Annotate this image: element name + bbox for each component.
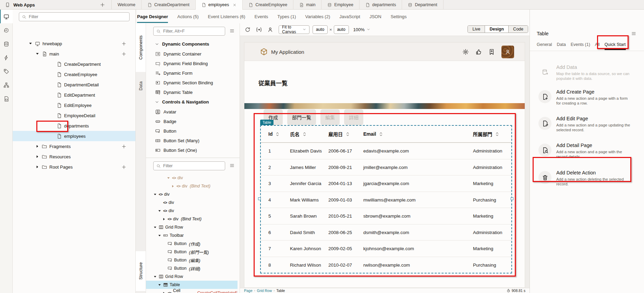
expand-arrow-icon[interactable]: [35, 155, 39, 159]
structure-node-div[interactable]: <>div: [146, 174, 238, 182]
mode-button-live[interactable]: Live: [468, 26, 485, 33]
tab-structure[interactable]: Structure: [136, 251, 146, 291]
breadcrumb-table[interactable]: Table: [276, 289, 285, 293]
sort-icon[interactable]: [379, 132, 383, 137]
sidebar-item-departments[interactable]: departments: [13, 121, 135, 131]
editor-tab-Welcome[interactable]: Welcome: [112, 0, 142, 10]
palette-item-button-set-many-[interactable]: Button Set (Many): [146, 136, 240, 145]
expand-arrow-icon[interactable]: [162, 291, 166, 293]
structure-filter[interactable]: [153, 161, 225, 170]
selected-table[interactable]: Id氏名雇用日Email所属部門 1Elizabeth Davis2006-06…: [260, 125, 512, 273]
bookmark-add-icon[interactable]: [488, 49, 495, 55]
sidebar-item-Root Pages[interactable]: Root Pages: [13, 162, 135, 172]
chevron-down-icon[interactable]: [367, 28, 370, 31]
rail-item-lightning[interactable]: [0, 51, 13, 64]
sort-icon[interactable]: [303, 132, 306, 137]
quickstart-add-delete-action[interactable]: Add Delete ActionAdd a new action deleti…: [538, 170, 638, 187]
navigate-flow-icon[interactable]: [256, 27, 262, 33]
quickstart-add-create-page[interactable]: Add Create PageAdd a new action and a pa…: [538, 89, 638, 106]
preview-button[interactable]: 編集: [320, 109, 340, 125]
mode-button-design[interactable]: Design: [485, 26, 509, 33]
structure-node-table[interactable]: Table: [146, 281, 238, 289]
structure-node-grid-row[interactable]: Grid Row: [146, 272, 238, 281]
table-row[interactable]: 1Elizabeth Davis2006-06-17edavis@example…: [261, 143, 511, 159]
sidebar-item-hrwebapp[interactable]: hrwebapp: [13, 38, 135, 49]
tab-settings[interactable]: Settings: [391, 10, 407, 23]
rail-item-history-clock[interactable]: [0, 23, 13, 37]
palette-item-dynamic-table[interactable]: Dynamic Table: [146, 87, 240, 97]
table-row[interactable]: 6David Smith2008-06-25dsmith@example.com…: [261, 224, 511, 241]
inspector-tab-data[interactable]: Data: [557, 38, 566, 51]
rail-item-hierarchy[interactable]: [0, 78, 13, 92]
canvas-height-input[interactable]: [336, 27, 347, 32]
expand-arrow-icon[interactable]: [158, 283, 161, 287]
palette-menu-icon[interactable]: [229, 28, 235, 34]
column-header-Email[interactable]: Email: [363, 126, 383, 142]
structure-node-div[interactable]: <>div(Bind Text): [146, 215, 238, 223]
structure-node-div[interactable]: <>div(Bind Text): [146, 182, 238, 190]
palette-item-badge[interactable]: Badge: [146, 117, 240, 126]
palette-filter[interactable]: [153, 27, 225, 36]
structure-node-div[interactable]: <>div: [146, 207, 238, 215]
resize-handle-left[interactable]: [258, 197, 261, 200]
table-row[interactable]: 7Karen Johnson2009-02-05kjohnson@example…: [261, 241, 511, 257]
add-icon[interactable]: [121, 51, 126, 57]
tab-page-designer[interactable]: Page Designer: [137, 10, 168, 23]
tab-json[interactable]: JSON: [369, 10, 381, 23]
refresh-icon[interactable]: [245, 27, 251, 33]
thumbs-up-icon[interactable]: [475, 49, 482, 55]
close-icon[interactable]: [233, 3, 236, 7]
rail-item-database[interactable]: [0, 37, 13, 51]
preview-button[interactable]: 詳細: [344, 109, 363, 125]
palette-section-header[interactable]: Controls & Navigation: [146, 97, 240, 107]
quickstart-add-detail-page[interactable]: Add Detail PageAdd a new action and a pa…: [538, 143, 638, 159]
column-header-所属部門[interactable]: 所属部門: [473, 126, 499, 142]
expand-arrow-icon[interactable]: [35, 144, 39, 148]
gear-icon[interactable]: [462, 49, 469, 55]
sidebar-item-employees[interactable]: employees: [13, 131, 135, 141]
palette-item-button[interactable]: Button: [146, 126, 240, 136]
tab-event-listeners-[interactable]: Event Listeners (6): [208, 10, 245, 23]
rail-item-monitor[interactable]: [0, 10, 13, 23]
palette-section-header[interactable]: Dynamic Components: [146, 39, 240, 49]
inspector-tab-quick-start[interactable]: Quick Start: [605, 38, 626, 51]
inspector-tab-general[interactable]: General: [537, 38, 552, 51]
palette-item-avatar[interactable]: Avatar: [146, 107, 240, 117]
palette-item-dynamic-form[interactable]: Dynamic Form: [146, 68, 240, 78]
rail-item-tag[interactable]: [0, 64, 13, 78]
add-web-app-button[interactable]: [100, 2, 105, 8]
table-row[interactable]: 4Mark Williams2009-01-03mwilliams@exampl…: [261, 192, 511, 208]
structure-node-cell-template[interactable]: <>Cell TemplateCreateCellTemplateF: [146, 289, 238, 293]
sort-icon[interactable]: [495, 132, 499, 137]
avatar[interactable]: [501, 46, 514, 58]
sidebar-item-EditEmployee[interactable]: EditEmployee: [13, 100, 135, 110]
tab-javascript[interactable]: JavaScript: [339, 10, 360, 23]
expand-arrow-icon[interactable]: [28, 41, 33, 46]
sort-icon[interactable]: [346, 132, 350, 137]
structure-node-div[interactable]: <>div: [146, 190, 238, 198]
table-row[interactable]: 2James Miller2008-09-21jmiller@example.c…: [261, 159, 511, 176]
user-role-icon[interactable]: [267, 27, 273, 33]
add-icon[interactable]: [121, 144, 126, 149]
editor-tab-departments[interactable]: departments: [360, 0, 402, 10]
mode-button-code[interactable]: Code: [509, 26, 528, 33]
column-header-氏名[interactable]: 氏名: [290, 126, 306, 142]
sidebar-item-main[interactable]: main: [13, 49, 135, 59]
resize-handle-right[interactable]: [511, 197, 513, 200]
tab-data[interactable]: Data: [136, 74, 146, 98]
palette-item-dynamic-field-binding[interactable]: Dynamic Field Binding: [146, 59, 240, 68]
sidebar-item-DepartmentDetail[interactable]: DepartmentDetail: [13, 80, 135, 90]
sidebar-item-EditDepartment[interactable]: EditDepartment: [13, 90, 135, 100]
editor-tab-main[interactable]: main: [293, 0, 321, 10]
sidebar-item-CreateDepartment[interactable]: CreateDepartment: [13, 59, 135, 69]
structure-node-button[interactable]: Button(作成): [146, 240, 238, 248]
expand-arrow-icon[interactable]: [171, 184, 175, 188]
structure-node-grid-row[interactable]: Grid Row: [146, 223, 238, 231]
table-row[interactable]: 3Jennifer Garcia2004-01-13jgarcia@exampl…: [261, 175, 511, 192]
expand-arrow-icon[interactable]: [153, 225, 157, 229]
sidebar-item-Fragments[interactable]: Fragments: [13, 141, 135, 151]
sidebar-item-Resources[interactable]: Resources: [13, 151, 135, 162]
sidebar-item-EmployeeDetail[interactable]: EmployeeDetail: [13, 110, 135, 121]
column-header-雇用日[interactable]: 雇用日: [328, 126, 350, 142]
table-row[interactable]: 8Richard Wilson2010-02-07rwilson@example…: [261, 257, 511, 273]
